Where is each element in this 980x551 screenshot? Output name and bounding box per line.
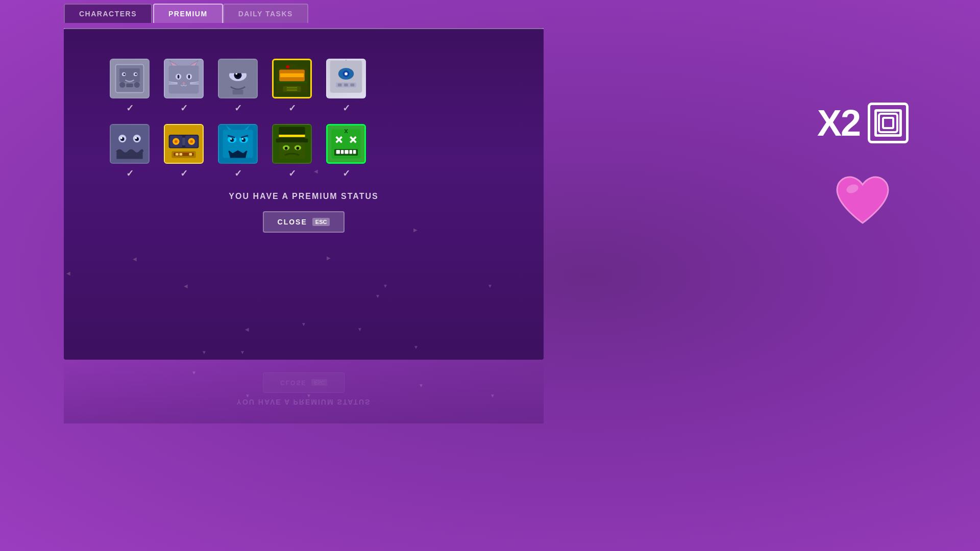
- char-box-monster: [110, 124, 150, 164]
- tab-characters[interactable]: CHARACTERS: [64, 4, 152, 23]
- x2-container: X2: [817, 102, 909, 144]
- svg-rect-110: [883, 118, 893, 128]
- char-face-zombie: [328, 126, 364, 162]
- coin-icon: [868, 103, 909, 143]
- svg-rect-41: [287, 89, 297, 91]
- char-box-robot: [326, 59, 366, 98]
- svg-point-66: [175, 140, 178, 143]
- char-face-gameboy: [111, 60, 149, 97]
- char-item-green-hat[interactable]: ✓: [272, 124, 312, 179]
- svg-rect-52: [351, 84, 355, 87]
- char-face-cyclops: [219, 60, 257, 97]
- character-row-2: ✓: [110, 124, 523, 179]
- svg-point-94: [297, 147, 300, 150]
- svg-point-59: [135, 137, 137, 139]
- svg-rect-50: [338, 84, 342, 87]
- svg-rect-72: [179, 153, 182, 156]
- char-item-boba[interactable]: ✓: [272, 59, 312, 114]
- svg-point-82: [230, 138, 232, 140]
- esc-badge: ESC: [312, 218, 330, 226]
- reflection-close-btn: CLOSE ESC: [263, 372, 345, 393]
- char-box-cyclops: [218, 59, 258, 98]
- char-check-blue-demon: ✓: [234, 168, 242, 179]
- char-face-cat: [165, 60, 203, 97]
- svg-rect-5: [126, 83, 133, 87]
- svg-point-9: [135, 73, 137, 76]
- char-face-boba: [274, 60, 310, 97]
- svg-rect-106: [353, 150, 356, 154]
- char-check-monster: ✓: [126, 168, 134, 179]
- svg-point-18: [178, 74, 180, 79]
- close-label: CLOSE: [278, 218, 307, 226]
- svg-rect-102: [336, 150, 340, 154]
- svg-rect-90: [279, 142, 305, 159]
- char-item-monster[interactable]: ✓: [110, 124, 150, 179]
- svg-rect-36: [277, 82, 308, 84]
- x2-multiplier: X2: [817, 102, 860, 144]
- svg-point-93: [285, 147, 288, 150]
- character-row-1: ✓: [110, 59, 523, 114]
- char-check-cyclops: ✓: [234, 103, 242, 114]
- svg-rect-104: [345, 150, 348, 154]
- close-button[interactable]: CLOSE ESC: [263, 211, 345, 233]
- char-check-robot: ✓: [342, 103, 350, 114]
- svg-point-3: [119, 82, 125, 88]
- coin-symbol-svg: [877, 112, 899, 134]
- svg-point-83: [242, 138, 243, 140]
- reflection-status-text: YOU HAVE A PREMIUM STATUS: [64, 398, 544, 406]
- char-face-monster: [111, 125, 149, 163]
- right-ui: X2: [817, 102, 909, 231]
- svg-rect-40: [287, 87, 297, 89]
- svg-rect-89: [279, 135, 305, 137]
- char-check-gameboy: ✓: [126, 103, 134, 114]
- char-check-gold-robot: ✓: [180, 168, 188, 179]
- reflection-esc: ESC: [311, 380, 327, 386]
- char-check-boba: ✓: [288, 103, 296, 114]
- main-panel: CHARACTERS PREMIUM DAILY TASKS: [64, 28, 544, 360]
- char-box-boba: [272, 59, 312, 98]
- char-face-robot: [327, 59, 365, 98]
- char-box-gold-robot: [164, 124, 204, 164]
- panel-content: ✓: [64, 28, 544, 360]
- tab-premium[interactable]: PREMIUM: [153, 4, 223, 23]
- char-face-gold-robot: [165, 125, 203, 163]
- char-box-gameboy: [110, 59, 150, 98]
- char-box-zombie: [326, 124, 366, 164]
- reflection-area: YOU HAVE A PREMIUM STATUS CLOSE ESC: [64, 372, 544, 406]
- char-item-robot[interactable]: ✓: [326, 59, 366, 114]
- char-box-blue-demon: [218, 124, 258, 164]
- svg-point-38: [286, 65, 289, 68]
- heart-icon: [832, 174, 893, 231]
- svg-rect-73: [189, 153, 192, 156]
- svg-rect-87: [279, 127, 305, 141]
- char-check-zombie: ✓: [342, 168, 350, 179]
- char-face-green-hat: [273, 125, 311, 163]
- char-item-cyclops[interactable]: ✓: [218, 59, 258, 114]
- svg-point-19: [188, 74, 190, 79]
- char-item-zombie[interactable]: ✓: [326, 124, 366, 179]
- svg-point-8: [124, 73, 126, 76]
- reflection-close-label: CLOSE: [280, 379, 306, 386]
- svg-rect-105: [349, 150, 352, 154]
- char-box-green-hat: [272, 124, 312, 164]
- svg-point-4: [134, 82, 140, 88]
- char-item-cat[interactable]: ✓: [164, 59, 204, 114]
- svg-rect-30: [229, 69, 247, 73]
- char-box-cat: [164, 59, 204, 98]
- svg-rect-11: [169, 65, 199, 93]
- svg-point-67: [190, 140, 193, 143]
- tab-daily-tasks[interactable]: DAILY TASKS: [223, 4, 308, 23]
- char-check-green-hat: ✓: [288, 168, 296, 179]
- svg-rect-39: [283, 86, 301, 92]
- svg-rect-35: [280, 73, 304, 77]
- svg-rect-71: [176, 153, 179, 156]
- char-item-gold-robot[interactable]: ✓: [164, 124, 204, 179]
- char-item-gameboy[interactable]: ✓: [110, 59, 150, 114]
- svg-rect-103: [341, 150, 344, 154]
- tab-bar: CHARACTERS PREMIUM DAILY TASKS: [64, 4, 308, 23]
- char-face-blue-demon: [219, 125, 257, 163]
- char-item-blue-demon[interactable]: ✓: [218, 124, 258, 179]
- char-check-cat: ✓: [180, 103, 188, 114]
- svg-rect-88: [276, 139, 308, 143]
- premium-status-text: YOU HAVE A PREMIUM STATUS: [84, 192, 523, 201]
